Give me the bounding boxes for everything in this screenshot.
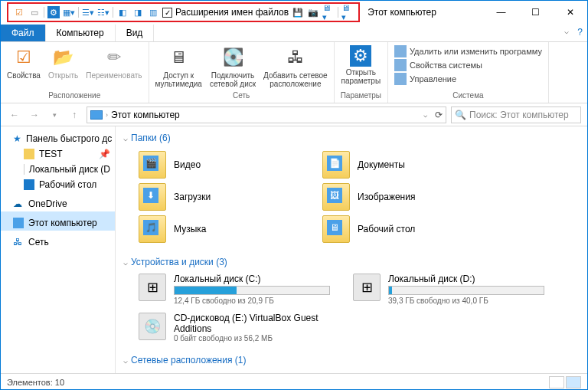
qat-settings-icon[interactable]: ⚙	[47, 6, 60, 18]
qat-separator	[338, 7, 338, 18]
drive-free-text: 39,3 ГБ свободно из 40,0 ГБ	[388, 297, 544, 305]
section-header-folders[interactable]: Папки (6)	[123, 129, 580, 146]
drive-item[interactable]: ⊞Локальный диск (C:)12,4 ГБ свободно из …	[139, 274, 330, 305]
drive-icon: ⊞	[353, 274, 381, 301]
status-bar: Элементов: 10	[1, 373, 587, 390]
qat-ext-label: Расширения имен файлов	[175, 7, 289, 18]
content-pane: Папки (6) 🎬Видео📄Документы⬇Загрузки🖼Изоб…	[116, 126, 587, 373]
qat-list-icon[interactable]: ▦▾	[63, 6, 75, 18]
tab-file[interactable]: Файл	[1, 25, 46, 41]
qat-pane2-icon[interactable]: ◨	[132, 6, 144, 18]
search-input[interactable]: 🔍 Поиск: Этот компьютер	[451, 107, 581, 123]
explorer-body: ★Панель быстрого дс TEST📌 Локальный диск…	[1, 126, 587, 373]
qat-separator	[113, 7, 113, 18]
minimize-button[interactable]: —	[484, 2, 518, 23]
nav-item-test[interactable]: TEST📌	[1, 146, 115, 162]
folder-name: Рабочий стол	[358, 224, 415, 234]
qat-tiles-icon[interactable]: ☷▾	[97, 6, 109, 18]
ribbon-collapse-icon[interactable]: ⌵	[564, 27, 569, 35]
window-controls: — ☐ ✕	[484, 2, 587, 23]
qat-camera-icon[interactable]: 📷	[307, 6, 319, 18]
add-network-location-button[interactable]: 🖧Добавить сетевое расположение	[263, 45, 328, 88]
folder-item[interactable]: 🖥Рабочий стол	[322, 215, 475, 243]
section-folders: Папки (6) 🎬Видео📄Документы⬇Загрузки🖼Изоб…	[123, 129, 580, 247]
folder-name: Загрузки	[174, 192, 211, 202]
address-path: Этот компьютер	[111, 110, 180, 120]
properties-button[interactable]: ☑Свойства	[7, 45, 41, 80]
nav-network[interactable]: 🖧Сеть	[1, 231, 115, 250]
refresh-icon[interactable]: ⟳	[435, 110, 443, 120]
titlebar: ☑ ▭ ⚙ ▦▾ ☰▾ ☷▾ ◧ ◨ ▥ ✓ Расширения имен ф…	[1, 1, 587, 24]
drive-icon: 💿	[139, 313, 166, 340]
address-dropdown-icon[interactable]: ⌵	[423, 111, 427, 119]
quick-access-toolbar: ☑ ▭ ⚙ ▦▾ ☰▾ ☷▾ ◧ ◨ ▥ ✓ Расширения имен ф…	[7, 2, 360, 22]
qat-pane1-icon[interactable]: ◧	[116, 6, 129, 18]
folder-icon: ⬇	[139, 183, 166, 211]
media-access-button[interactable]: 🖥Доступ к мультимедиа	[155, 45, 202, 88]
rename-button[interactable]: ✏Переименовать	[86, 45, 142, 80]
qat-open-icon[interactable]: ▭	[28, 6, 41, 18]
nav-quick-access[interactable]: ★Панель быстрого дс	[1, 131, 115, 146]
qat-save-icon[interactable]: 💾	[292, 6, 304, 18]
group-label: Сеть	[233, 91, 250, 100]
this-pc-icon	[90, 110, 103, 120]
ribbon-group-system: Удалить или изменить программу Свойства …	[388, 42, 549, 103]
manage-button[interactable]: Управление	[394, 73, 542, 85]
view-details-button[interactable]	[549, 376, 564, 388]
group-label: Расположение	[48, 91, 100, 100]
qat-monitor-icon[interactable]: 🖥▾	[322, 6, 335, 18]
ribbon-group-network: 🖥Доступ к мультимедиа 💽Подключить сетево…	[149, 42, 335, 103]
maximize-button[interactable]: ☐	[518, 2, 553, 23]
nav-onedrive[interactable]: ☁OneDrive	[1, 192, 115, 211]
tab-computer[interactable]: Компьютер	[46, 25, 116, 41]
recent-button[interactable]: ▾	[47, 107, 62, 123]
drive-item[interactable]: ⊞Локальный диск (D:)39,3 ГБ свободно из …	[353, 274, 544, 305]
folder-item[interactable]: 🖼Изображения	[322, 183, 475, 211]
folder-icon: 🎬	[139, 151, 166, 179]
drive-usage-bar	[174, 286, 330, 295]
tab-view[interactable]: Вид	[116, 25, 155, 41]
qat-separator	[44, 7, 44, 18]
map-drive-button[interactable]: 💽Подключить сетевой диск	[210, 45, 256, 88]
help-icon[interactable]: ?	[577, 27, 583, 38]
drive-icon: ⊞	[139, 274, 166, 301]
qat-details-icon[interactable]: ☰▾	[82, 6, 94, 18]
drive-usage-bar	[388, 286, 544, 295]
nav-item-desktop[interactable]: Рабочий стол	[1, 177, 115, 192]
qat-ext-checkbox[interactable]: ✓	[162, 8, 172, 18]
qat-separator	[78, 7, 79, 18]
open-settings-button[interactable]: ⚙Открыть параметры	[341, 45, 381, 85]
view-icons-button[interactable]	[566, 376, 581, 388]
ribbon-tabs: Файл Компьютер Вид ⌵ ?	[1, 24, 587, 42]
address-input[interactable]: › Этот компьютер ⌵ ⟳	[87, 107, 446, 123]
folder-item[interactable]: 📄Документы	[322, 151, 475, 179]
forward-button[interactable]: →	[27, 107, 42, 123]
folder-item[interactable]: 🎬Видео	[139, 151, 292, 179]
section-drives: Устройства и диски (3) ⊞Локальный диск (…	[123, 254, 580, 346]
up-button[interactable]: ↑	[67, 107, 82, 123]
drive-item[interactable]: 💿CD-дисковод (E:) VirtualBox Guest Addit…	[139, 313, 330, 342]
navigation-pane: ★Панель быстрого дс TEST📌 Локальный диск…	[1, 126, 116, 373]
system-properties-button[interactable]: Свойства системы	[394, 59, 542, 71]
group-label: Система	[452, 91, 483, 100]
section-header-network[interactable]: Сетевые расположения (1)	[123, 352, 580, 369]
qat-pane3-icon[interactable]: ▥	[147, 6, 159, 18]
open-button[interactable]: 📂Открыть	[48, 45, 78, 80]
nav-item-local-d[interactable]: Локальный диск (D	[1, 162, 115, 177]
status-item-count: Элементов: 10	[7, 378, 64, 387]
nav-this-pc[interactable]: Этот компьютер	[1, 211, 115, 231]
section-header-drives[interactable]: Устройства и диски (3)	[123, 254, 580, 270]
close-button[interactable]: ✕	[553, 2, 587, 23]
qat-display-icon[interactable]: 🖥▾	[341, 6, 354, 18]
qat-properties-icon[interactable]: ☑	[13, 6, 25, 18]
folder-name: Изображения	[358, 192, 415, 202]
drive-free-text: 0 байт свободно из 56,2 МБ	[174, 334, 330, 342]
folder-icon: 🖼	[322, 183, 350, 211]
folder-item[interactable]: ⬇Загрузки	[139, 183, 292, 211]
folder-item[interactable]: 🎵Музыка	[139, 215, 292, 243]
window-title: Этот компьютер	[368, 7, 436, 18]
folder-icon: 🎵	[139, 215, 166, 243]
folder-name: Документы	[358, 159, 405, 170]
uninstall-program-button[interactable]: Удалить или изменить программу	[394, 45, 542, 57]
back-button[interactable]: ←	[7, 107, 22, 123]
